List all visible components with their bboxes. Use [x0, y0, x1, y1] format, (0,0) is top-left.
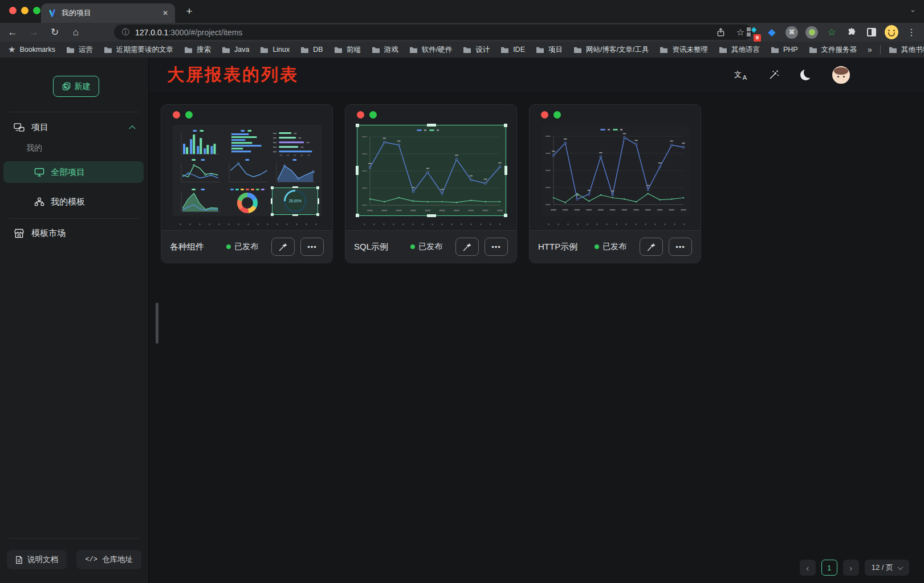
browser-toolbar: ← → ↻ ⌂ ⓘ 127.0.0.1:3000/#/project/items… [0, 23, 924, 42]
bookmark-folder[interactable]: 项目 [536, 45, 563, 55]
mini-area-chart-green [177, 187, 223, 215]
line-chart [357, 125, 506, 215]
sidebar-item-my-templates[interactable]: 我的模板 [3, 191, 144, 213]
share-icon[interactable] [717, 28, 725, 37]
browser-menu-icon[interactable]: ⋮ [905, 26, 918, 39]
bookmark-folder[interactable]: 软件/硬件 [409, 45, 452, 55]
edit-button[interactable] [455, 238, 479, 256]
forward-icon[interactable]: → [28, 27, 39, 38]
profile-avatar[interactable] [885, 26, 898, 39]
half-square-extension-icon[interactable] [865, 26, 878, 39]
gem-extension-icon[interactable]: ◆ [765, 26, 779, 39]
bookmark-star-icon[interactable]: ☆ [736, 27, 744, 38]
bookmark-folder[interactable]: 设计 [463, 45, 490, 55]
bookmark-folder[interactable]: 运营 [66, 45, 93, 55]
browser-tab[interactable]: 我的项目 ✕ [41, 3, 175, 23]
sidebar-item-all-projects[interactable]: 全部项目 [3, 161, 144, 183]
tab-close-icon[interactable]: ✕ [162, 9, 168, 17]
window-close-button[interactable] [9, 7, 17, 14]
address-bar[interactable]: ⓘ 127.0.0.1:3000/#/project/items ☆ [114, 25, 752, 40]
current-page[interactable]: 1 [821, 560, 837, 576]
bookmark-folder[interactable]: 游戏 [372, 45, 398, 55]
sidebar-item-template-market[interactable]: 模板市场 [0, 223, 148, 243]
card-window-dots [541, 111, 561, 119]
bookmarks-manager[interactable]: ★ Bookmarks [8, 44, 55, 55]
mini-area-chart-blue [272, 158, 318, 185]
next-page-button[interactable]: › [843, 560, 859, 576]
sidebar-divider [9, 538, 139, 539]
repo-button[interactable]: </> 仓库地址 [76, 550, 141, 569]
site-info-icon[interactable]: ⓘ [122, 27, 129, 38]
bookmarks-overflow-chevron[interactable]: » [868, 45, 872, 54]
bookmark-label: 网站/博客/文章/工具 [586, 45, 649, 55]
card-footer: 各种组件 已发布 ••• [161, 230, 332, 263]
language-icon[interactable]: 文A [734, 70, 747, 81]
gauge-value: 25.00% [286, 191, 304, 210]
collapse-chevron-icon[interactable] [129, 125, 135, 132]
project-card[interactable]: HTTP示例 已发布 ••• [529, 104, 701, 263]
bookmark-folder[interactable]: 搜索 [184, 45, 211, 55]
bookmark-folder[interactable]: DB [300, 46, 323, 54]
docs-button[interactable]: 说明文档 [7, 550, 67, 569]
green-dot-icon [553, 111, 561, 119]
folder-icon [500, 46, 509, 54]
pagination: ‹ 1 › 12 / 页 [800, 560, 909, 576]
new-project-button[interactable]: 新建 [53, 76, 99, 97]
bookmark-label: Linux [272, 46, 290, 54]
edit-button[interactable] [640, 238, 663, 256]
scrollbar-thumb[interactable] [156, 303, 158, 344]
page-size-select[interactable]: 12 / 页 [865, 560, 909, 576]
bookmark-folder[interactable]: Java [222, 46, 249, 54]
bookmark-folder[interactable]: 其他语言 [719, 45, 760, 55]
other-bookmarks[interactable]: 其他书签 [889, 45, 924, 55]
bookmark-folder[interactable]: 前端 [334, 45, 361, 55]
bookmark-folder[interactable]: IDE [500, 46, 525, 54]
bookmarks-divider [880, 45, 881, 54]
bookmark-folder[interactable]: Linux [260, 46, 290, 54]
dot-extension-icon[interactable] [805, 26, 819, 39]
mini-line-chart-dual [177, 158, 223, 185]
edit-button[interactable] [271, 238, 295, 256]
status-badge: 已发布 [595, 242, 626, 252]
project-thumbnail-selected[interactable] [357, 125, 506, 216]
more-button[interactable]: ••• [669, 238, 692, 256]
bookmark-label: DB [313, 46, 323, 54]
project-card[interactable]: SQL示例 已发布 ••• [345, 104, 517, 263]
bookmark-folder[interactable]: 资讯未整理 [660, 45, 708, 55]
project-card[interactable]: 25.00% 各种组件 已发布 [161, 104, 333, 263]
bookmark-folder[interactable]: 近期需要读的文章 [104, 45, 173, 55]
bookmark-folder[interactable]: 文件服务器 [809, 45, 857, 55]
extensions-puzzle-icon[interactable] [845, 26, 858, 39]
window-minimize-button[interactable] [21, 7, 29, 14]
back-icon[interactable]: ← [7, 27, 18, 38]
user-avatar[interactable] [832, 66, 850, 84]
folder-icon [573, 46, 582, 54]
project-thumbnail[interactable]: 25.00% [173, 125, 322, 216]
new-tab-button[interactable]: + [182, 5, 196, 18]
tab-search-icon[interactable]: ⌄ [910, 5, 916, 14]
bookmark-folder[interactable]: PHP [771, 46, 798, 54]
card-footer: HTTP示例 已发布 ••• [530, 230, 701, 263]
window-zoom-button[interactable] [33, 7, 40, 14]
reload-icon[interactable]: ↻ [49, 26, 60, 38]
home-icon[interactable]: ⌂ [70, 27, 82, 38]
more-button[interactable]: ••• [485, 238, 508, 256]
folder-icon [184, 46, 193, 54]
mini-hbar-chart [225, 129, 271, 156]
tab-strip: 我的项目 ✕ + ⌄ [0, 0, 924, 23]
project-thumbnail[interactable] [541, 125, 690, 216]
sidebar-group-project[interactable]: 项目 [0, 117, 148, 137]
more-button[interactable]: ••• [300, 238, 324, 256]
page-title: 大屏报表的列表 [167, 63, 299, 87]
grid-extension-icon[interactable]: 9 [745, 26, 759, 39]
star-extension-icon[interactable]: ☆ [825, 26, 838, 39]
prev-page-button[interactable]: ‹ [800, 560, 816, 576]
url-text[interactable]: 127.0.0.1:3000/#/project/items [135, 28, 242, 37]
folder-icon [66, 46, 75, 54]
bookmark-folder[interactable]: 网站/博客/文章/工具 [573, 45, 649, 55]
bookmark-label: 游戏 [384, 45, 398, 55]
url-path: :3000/#/project/items [168, 28, 242, 37]
magic-wand-icon[interactable] [768, 70, 779, 81]
command-extension-icon[interactable]: ⌘ [785, 26, 799, 39]
dark-mode-moon-icon[interactable] [800, 70, 811, 80]
